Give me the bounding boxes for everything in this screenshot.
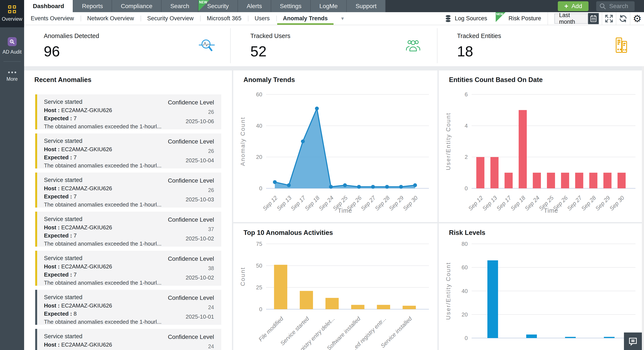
anomaly-description: The obtained anomalies exceeded the 1-ho… xyxy=(44,123,162,130)
confidence-level-value: 38 xyxy=(208,265,214,271)
fullscreen-button[interactable] xyxy=(602,12,616,25)
host-label: Host : xyxy=(44,146,60,152)
top-tab-dashboard[interactable]: Dashboard xyxy=(24,0,73,12)
anomaly-card-right: Confidence Level262025-10-03 xyxy=(168,177,215,204)
top-activities-panel: Top 10 Anomalous Activities 0255075File … xyxy=(233,223,438,350)
dashboard-tab-microsoft-365[interactable]: Microsoft 365 xyxy=(200,12,248,25)
anomaly-card-right: Confidence Level242025-10-01 xyxy=(168,294,215,321)
search-input[interactable]: Search xyxy=(596,1,634,11)
anomaly-card-list: Service startedHost : EC2AMAZ-GKIU626Exp… xyxy=(35,94,221,350)
anomaly-trends-chart: 0204060Sep 12Sep 13Sep 17Sep 18Sep 24Sep… xyxy=(233,71,438,222)
host-label: Host : xyxy=(44,302,60,309)
confidence-level-value: 24 xyxy=(208,343,214,349)
svg-text:Anomaly Count: Anomaly Count xyxy=(240,117,246,166)
anomaly-card-right: Confidence Level242025-09-30 xyxy=(168,333,215,350)
anomaly-card[interactable]: Service startedHost : EC2AMAZ-GKIU626Exp… xyxy=(35,212,221,247)
more-tabs-dropdown[interactable] xyxy=(334,12,351,25)
refresh-icon xyxy=(619,14,627,23)
anomaly-card-left: Service startedHost : EC2AMAZ-GKIU626Exp… xyxy=(44,255,162,282)
stat-tracked-entities: Tracked Entities18 xyxy=(438,25,644,66)
log-sources-button[interactable]: Log Sources xyxy=(438,12,494,25)
risk-levels-chart: 020406080User/Entity Count xyxy=(439,223,644,350)
anomaly-card[interactable]: Service startedHost : EC2AMAZ-GKIU626Exp… xyxy=(35,329,221,350)
anomaly-description: The obtained anomalies exceeded the 1-ho… xyxy=(44,279,162,286)
risk-posture-button[interactable]: NEW Risk Posture xyxy=(494,12,548,25)
add-button[interactable]: Add xyxy=(558,1,588,11)
anomaly-card-left: Service startedHost : EC2AMAZ-GKIU626Exp… xyxy=(44,333,162,350)
stat-label: Anomalies Detected xyxy=(44,33,99,40)
confidence-level-label: Confidence Level xyxy=(168,138,214,145)
anomaly-date: 2025-10-04 xyxy=(186,157,214,164)
dashboard-tab-anomaly-trends[interactable]: Anomaly Trends xyxy=(276,12,334,25)
top-tab-search[interactable]: Search xyxy=(162,0,198,12)
svg-text:25: 25 xyxy=(256,284,262,291)
svg-text:File modified: File modified xyxy=(257,315,285,342)
date-range-select[interactable]: Last month xyxy=(554,14,588,24)
stat-label: Tracked Users xyxy=(250,33,290,40)
top-nav: DashboardReportsComplianceSearchNEWSecur… xyxy=(24,0,644,12)
dashboard-tab-security-overview[interactable]: Security Overview xyxy=(140,12,200,25)
svg-text:Sep 12: Sep 12 xyxy=(467,195,484,212)
new-ribbon: NEW xyxy=(198,0,210,11)
anomaly-card[interactable]: Service startedHost : EC2AMAZ-GKIU626Exp… xyxy=(35,290,221,325)
expected-label: Expected : xyxy=(44,310,72,317)
svg-text:Sep 29: Sep 29 xyxy=(594,195,611,212)
svg-text:Sep 24: Sep 24 xyxy=(318,195,335,212)
top-tab-reports[interactable]: Reports xyxy=(73,0,112,12)
anomaly-card-right: Confidence Level382025-10-02 xyxy=(168,255,215,282)
sidebar-item-ad-audit[interactable]: AD Audit xyxy=(0,37,24,55)
expected-label: Expected : xyxy=(44,115,72,122)
sub-nav-right: Log Sources NEW Risk Posture Last month xyxy=(438,12,644,25)
confidence-level-label: Confidence Level xyxy=(168,177,214,184)
anomaly-magnifier-icon xyxy=(199,37,215,54)
calendar-icon xyxy=(590,15,597,23)
anomaly-expected: Expected : 7 xyxy=(44,271,162,278)
risk-levels-panel: Risk Levels 020406080User/Entity Count xyxy=(439,223,644,350)
anomaly-description: The obtained anomalies exceeded the 1-ho… xyxy=(44,319,162,325)
top-tab-support[interactable]: Support xyxy=(347,0,386,12)
top-tab-compliance[interactable]: Compliance xyxy=(112,0,162,12)
anomaly-date: 2025-10-02 xyxy=(186,235,214,242)
expand-icon xyxy=(604,14,614,23)
date-range-group: Last month xyxy=(548,12,602,25)
top-tab-security[interactable]: NEWSecurity xyxy=(198,0,238,12)
expected-label: Expected : xyxy=(44,193,72,200)
refresh-button[interactable] xyxy=(616,12,630,25)
dashboard-tab-events-overview[interactable]: Events Overview xyxy=(24,12,81,25)
host-label: Host : xyxy=(44,224,60,231)
dashboard-sub-nav: Events OverviewNetwork OverviewSecurity … xyxy=(24,12,644,25)
calendar-button[interactable] xyxy=(588,13,599,24)
dashboard-tab-network-overview[interactable]: Network Overview xyxy=(81,12,140,25)
top-tab-alerts[interactable]: Alerts xyxy=(238,0,271,12)
confidence-level-label: Confidence Level xyxy=(168,99,214,106)
svg-text:40: 40 xyxy=(462,288,468,294)
sidebar-item-more[interactable]: More xyxy=(0,72,24,82)
svg-text:Sep 12: Sep 12 xyxy=(262,195,279,212)
top-tab-settings[interactable]: Settings xyxy=(271,0,311,12)
new-ribbon: NEW xyxy=(496,12,506,22)
svg-text:50: 50 xyxy=(256,262,262,269)
svg-text:80: 80 xyxy=(462,241,468,247)
svg-text:Sep 17: Sep 17 xyxy=(495,194,512,212)
anomaly-title: Service started xyxy=(44,177,162,183)
svg-text:Sep 18: Sep 18 xyxy=(509,195,527,212)
top-nav-tabs: DashboardReportsComplianceSearchNEWSecur… xyxy=(24,0,386,12)
anomaly-host: Host : EC2AMAZ-GKIU626 xyxy=(44,341,162,348)
top-tab-logme[interactable]: LogMe xyxy=(311,0,347,12)
anomaly-card[interactable]: Service startedHost : EC2AMAZ-GKIU626Exp… xyxy=(35,173,221,208)
settings-button[interactable] xyxy=(630,12,644,25)
anomaly-expected: Expected : 7 xyxy=(44,193,162,200)
anomaly-title: Service started xyxy=(44,216,162,222)
entities-count-chart: 0246Sep 12Sep 13Sep 17Sep 18Sep 24Sep 25… xyxy=(439,71,644,222)
feedback-chat-button[interactable] xyxy=(624,332,642,350)
sidebar-item-overview[interactable]: Overview xyxy=(0,0,24,27)
anomaly-card[interactable]: Service startedHost : EC2AMAZ-GKIU626Exp… xyxy=(35,94,221,129)
dashboard-tab-users[interactable]: Users xyxy=(248,12,276,25)
svg-text:75: 75 xyxy=(256,241,262,247)
sidebar-items: OverviewAD AuditMore xyxy=(0,0,24,82)
anomaly-card[interactable]: Service startedHost : EC2AMAZ-GKIU626Exp… xyxy=(35,251,221,286)
anomaly-card[interactable]: Service startedHost : EC2AMAZ-GKIU626Exp… xyxy=(35,133,221,168)
top-tab-label: Reports xyxy=(82,3,103,10)
page-scrollbar[interactable] xyxy=(642,25,644,350)
top-activities-chart: 0255075File modifiedService startedRegis… xyxy=(233,223,438,350)
